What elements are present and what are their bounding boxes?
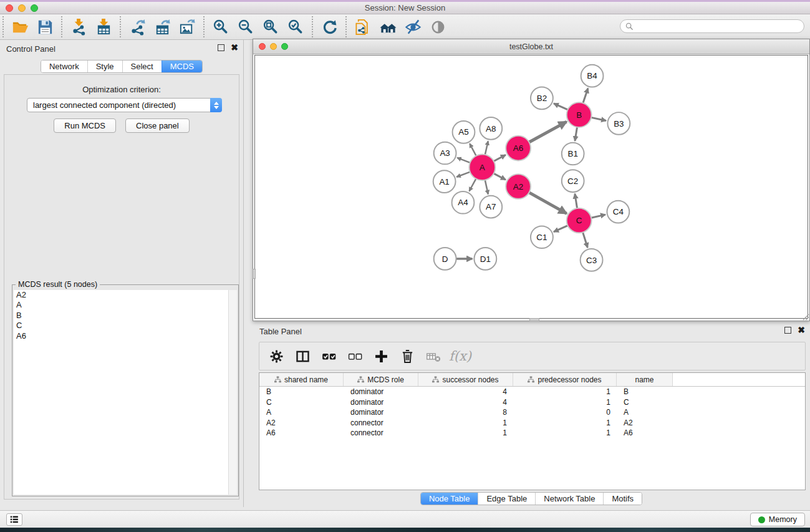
zoom-fit-button[interactable] xyxy=(258,16,283,37)
export-table-button[interactable] xyxy=(150,16,175,37)
network-canvas[interactable]: B4B2BB3A8A5A6B1A3AC2A1A2A4A7C4CC1C3DD1 xyxy=(254,55,808,319)
show-graphics-details-button[interactable] xyxy=(425,16,450,37)
tab-network[interactable]: Network xyxy=(41,60,87,72)
search-input[interactable] xyxy=(636,22,799,31)
table-row[interactable]: Cdominator41C xyxy=(259,397,805,408)
graph-edge-A6-B[interactable] xyxy=(529,122,567,142)
graph-edge-A-A3[interactable] xyxy=(457,158,470,163)
column-header-MCDS-role[interactable]: MCDS role xyxy=(344,373,418,386)
column-header-name[interactable]: name xyxy=(617,373,673,386)
hide-graphics-details-button[interactable] xyxy=(400,16,425,37)
deselect-all-button[interactable] xyxy=(344,345,365,367)
graph-edge-A-A8[interactable] xyxy=(485,141,488,155)
graph-edge-A-A5[interactable] xyxy=(470,143,476,156)
column-header-label: successor nodes xyxy=(442,375,498,384)
network-zoom-button[interactable] xyxy=(281,43,288,50)
show-panels-button[interactable] xyxy=(6,513,22,526)
criterion-select[interactable]: largest connected component (directed) xyxy=(27,98,222,112)
mcds-result-item[interactable]: C xyxy=(14,321,228,331)
result-list-scrollbar[interactable] xyxy=(229,290,237,495)
table-row[interactable]: A2connector11A2 xyxy=(259,418,805,428)
zoom-out-button[interactable] xyxy=(233,16,258,37)
tab-mcds[interactable]: MCDS xyxy=(162,60,202,72)
graph-edge-C-C2[interactable] xyxy=(575,194,577,208)
graph-edge-A-A1[interactable] xyxy=(456,172,470,177)
zoom-selected-button[interactable] xyxy=(283,16,308,37)
window-resize-grip-icon[interactable] xyxy=(801,312,809,321)
column-header-shared-name[interactable]: shared name xyxy=(259,373,344,386)
import-table-button[interactable] xyxy=(91,16,116,37)
run-mcds-button[interactable]: Run MCDS xyxy=(54,118,116,133)
zoom-in-button[interactable] xyxy=(208,16,233,37)
graph-edge-A-A2[interactable] xyxy=(494,173,506,180)
mcds-result-item[interactable]: A xyxy=(14,300,228,310)
delete-columns-button[interactable] xyxy=(397,345,418,367)
save-session-icon xyxy=(36,18,54,36)
toolbar-group xyxy=(345,16,454,37)
tab-select[interactable]: Select xyxy=(122,60,162,72)
close-panel-icon[interactable]: ✖ xyxy=(231,44,238,51)
import-network-button[interactable] xyxy=(66,16,91,37)
graph-edge-A-A7[interactable] xyxy=(485,180,488,195)
save-session-button[interactable] xyxy=(32,16,57,37)
graph-edge-C-C1[interactable] xyxy=(554,226,568,232)
table-cell: 1 xyxy=(513,387,617,396)
open-file-button[interactable] xyxy=(7,16,32,37)
table-row[interactable]: Bdominator41B xyxy=(259,387,805,397)
graph-edge-C-C4[interactable] xyxy=(591,215,605,218)
column-header-predecessor-nodes[interactable]: predecessor nodes xyxy=(513,373,617,386)
table-cell: dominator xyxy=(344,387,418,396)
close-panel-button[interactable]: Close panel xyxy=(125,118,190,133)
column-header-successor-nodes[interactable]: successor nodes xyxy=(418,373,513,386)
mcds-result-item[interactable]: B xyxy=(14,311,228,321)
mcds-result-item[interactable]: A2 xyxy=(14,290,228,300)
control-panel-header: Control Panel ✖ xyxy=(0,40,243,57)
search-box[interactable] xyxy=(620,19,804,33)
table-mode-button[interactable] xyxy=(266,345,287,367)
new-network-from-selection-button[interactable] xyxy=(350,16,375,37)
graph-edge-A-A6[interactable] xyxy=(494,155,506,161)
refresh-layout-button[interactable] xyxy=(317,16,342,37)
new-network-from-selection-icon xyxy=(354,18,372,36)
graph-edge-A2-C[interactable] xyxy=(529,193,566,214)
graph-edge-B-B3[interactable] xyxy=(591,117,606,120)
tab-style[interactable]: Style xyxy=(87,60,122,72)
tab-motifs[interactable]: Motifs xyxy=(603,493,642,505)
toolbar-group xyxy=(61,16,120,37)
horizontal-splitter-handle[interactable] xyxy=(529,318,539,321)
memory-status-icon xyxy=(758,516,765,523)
table-row[interactable]: A6connector11A6 xyxy=(259,428,805,438)
graph-edge-B-B4[interactable] xyxy=(583,88,588,103)
vertical-splitter-handle[interactable] xyxy=(253,269,256,279)
table-row[interactable]: Adominator80A xyxy=(259,407,805,418)
tab-network-table[interactable]: Network Table xyxy=(535,493,603,505)
toolbar-group xyxy=(203,16,312,37)
select-all-button[interactable] xyxy=(318,345,339,367)
export-network-button[interactable] xyxy=(125,16,150,37)
window-zoom-button[interactable] xyxy=(31,4,38,12)
tab-edge-table[interactable]: Edge Table xyxy=(478,493,535,505)
shared-column-icon xyxy=(528,376,534,383)
show-columns-button[interactable] xyxy=(292,345,313,367)
network-close-button[interactable] xyxy=(259,43,266,50)
window-minimize-button[interactable] xyxy=(18,4,26,12)
column-header-label: MCDS role xyxy=(367,375,404,384)
delete-table-button[interactable] xyxy=(423,345,444,367)
export-image-button[interactable] xyxy=(175,16,200,37)
close-table-panel-icon[interactable]: ✖ xyxy=(798,327,805,334)
graph-edge-C-C3[interactable] xyxy=(583,232,588,248)
add-column-button[interactable] xyxy=(370,345,392,367)
float-table-panel-icon[interactable] xyxy=(784,327,791,334)
graph-edge-B-B1[interactable] xyxy=(575,127,577,141)
window-close-button[interactable] xyxy=(6,4,13,12)
mcds-result-item[interactable]: A6 xyxy=(14,331,228,341)
float-panel-icon[interactable] xyxy=(218,44,224,51)
table-panel-header: Table Panel ✖ xyxy=(253,322,810,340)
first-neighbors-button[interactable] xyxy=(375,16,400,37)
function-builder-button[interactable]: f(x) xyxy=(449,345,471,367)
tab-node-table[interactable]: Node Table xyxy=(421,493,478,505)
graph-edge-B-B2[interactable] xyxy=(554,104,568,110)
network-minimize-button[interactable] xyxy=(270,43,277,50)
memory-button[interactable]: Memory xyxy=(750,513,805,526)
graph-edge-A-A4[interactable] xyxy=(469,179,476,191)
